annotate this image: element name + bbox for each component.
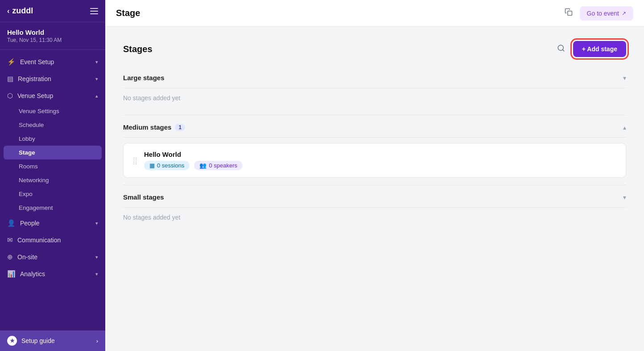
event-date: Tue, Nov 15, 11:30 AM [7,37,98,43]
divider [123,115,626,115]
communication-label: Communication [17,237,61,244]
sidebar-item-venue-settings[interactable]: Venue Settings [0,104,105,118]
add-stage-btn-wrapper: + Add stage [573,41,626,57]
sessions-tag: ▦ 0 sessions [144,161,190,170]
registration-label: Registration [18,75,51,82]
large-stages-title: Large stages [123,74,165,82]
chevron-down-icon: ▾ [95,59,98,65]
people-label: People [20,220,40,227]
small-stages-section: Small stages ▾ No stages added yet [123,187,626,227]
medium-stages-section: Medium stages 1 ▴ ⣿ Hello World ▦ 0 sess… [123,117,626,178]
event-setup-icon: ⚡ [7,58,16,66]
chevron-down-icon: ▾ [95,76,98,82]
svg-line-2 [562,49,564,51]
large-stages-section: Large stages ▾ No stages added yet [123,68,626,108]
speakers-icon: 👥 [199,162,206,169]
logo-arrow-icon: ‹ [7,7,9,15]
stage-card-name: Hello World [144,151,617,158]
external-link-icon: ↗ [622,10,626,16]
small-stages-empty: No stages added yet [123,208,626,227]
sidebar-item-on-site[interactable]: ⊕ On-site ▾ [0,249,105,265]
chevron-down-icon: ▾ [95,271,98,277]
sidebar: ‹ zuddl Hello World Tue, Nov 15, 11:30 A… [0,0,105,351]
chevron-down-icon: ▾ [623,194,626,201]
small-stages-header[interactable]: Small stages ▾ [123,187,626,208]
setup-guide-arrow-icon: › [96,338,98,344]
topbar-actions: Go to event ↗ [563,6,633,20]
medium-stages-badge: 1 [175,124,185,131]
event-info: Hello World Tue, Nov 15, 11:30 AM [0,22,105,50]
sessions-icon: ▦ [149,162,155,169]
sidebar-item-registration[interactable]: ▤ Registration ▾ [0,70,105,87]
venue-setup-icon: ⬡ [7,92,13,100]
sidebar-logo[interactable]: ‹ zuddl [7,6,33,16]
sidebar-item-rooms[interactable]: Rooms [0,159,105,173]
sidebar-item-lobby[interactable]: Lobby [0,132,105,146]
sidebar-item-people[interactable]: 👤 People ▾ [0,215,105,232]
logo-text: zuddl [12,6,33,16]
hamburger-icon[interactable] [90,8,98,14]
on-site-label: On-site [17,253,37,261]
sidebar-item-venue-setup[interactable]: ⬡ Venue Setup ▴ [0,87,105,104]
stage-card-tags: ▦ 0 sessions 👥 0 speakers [144,161,617,170]
sessions-count: 0 sessions [157,162,184,169]
go-to-event-label: Go to event [587,10,619,17]
chevron-down-icon: ▾ [95,254,98,260]
sidebar-item-stage[interactable]: Stage [4,146,102,159]
setup-guide-footer[interactable]: ★ Setup guide › [0,331,105,351]
sidebar-item-engagement[interactable]: Engagement [0,201,105,215]
large-stages-empty: No stages added yet [123,88,626,108]
speakers-count: 0 speakers [209,162,237,169]
medium-stages-title: Medium stages 1 [123,123,185,131]
large-stages-header[interactable]: Large stages ▾ [123,68,626,88]
sidebar-item-networking[interactable]: Networking [0,173,105,187]
chevron-up-icon: ▴ [95,93,98,99]
setup-guide-label: Setup guide [21,337,92,344]
chevron-down-icon: ▾ [623,74,626,82]
people-icon: 👤 [7,219,16,227]
nav-section: ⚡ Event Setup ▾ ▤ Registration ▾ ⬡ Venue… [0,50,105,331]
sidebar-item-expo[interactable]: Expo [0,187,105,201]
copy-icon-button[interactable] [563,6,574,20]
go-to-event-button[interactable]: Go to event ↗ [580,6,633,20]
topbar: Stage Go to event ↗ [105,0,644,27]
stages-header: Stages + Add stage [123,41,626,57]
analytics-label: Analytics [20,270,45,278]
stages-title: Stages [123,44,153,54]
sidebar-item-event-setup[interactable]: ⚡ Event Setup ▾ [0,53,105,70]
drag-handle-icon[interactable]: ⣿ [132,156,138,165]
medium-stages-header[interactable]: Medium stages 1 ▴ [123,117,626,138]
speakers-tag: 👥 0 speakers [194,161,243,170]
divider [123,185,626,185]
stage-card: ⣿ Hello World ▦ 0 sessions 👥 0 speakers [123,143,626,178]
chevron-down-icon: ▾ [95,220,98,226]
content-area: Stages + Add stage Large stages ▾ No sta… [105,27,644,351]
event-setup-label: Event Setup [20,58,54,65]
event-name: Hello World [7,29,98,36]
stage-card-info: Hello World ▦ 0 sessions 👥 0 speakers [144,151,617,170]
chevron-up-icon: ▴ [623,124,626,131]
stages-actions: + Add stage [553,41,626,57]
venue-setup-label: Venue Setup [17,92,53,99]
setup-guide-star-icon: ★ [7,336,17,346]
on-site-icon: ⊕ [7,253,13,261]
communication-icon: ✉ [7,236,13,244]
sidebar-header: ‹ zuddl [0,0,105,22]
sidebar-item-communication[interactable]: ✉ Communication [0,232,105,249]
sidebar-item-analytics[interactable]: 📊 Analytics ▾ [0,265,105,282]
registration-icon: ▤ [7,75,13,83]
sidebar-item-schedule[interactable]: Schedule [0,118,105,132]
search-button[interactable] [553,42,569,56]
add-stage-button[interactable]: + Add stage [573,41,626,57]
small-stages-title: Small stages [123,193,164,201]
page-title: Stage [116,8,140,18]
svg-rect-0 [567,11,572,16]
main-content: Stage Go to event ↗ Stages [105,0,644,351]
analytics-icon: 📊 [7,270,16,278]
